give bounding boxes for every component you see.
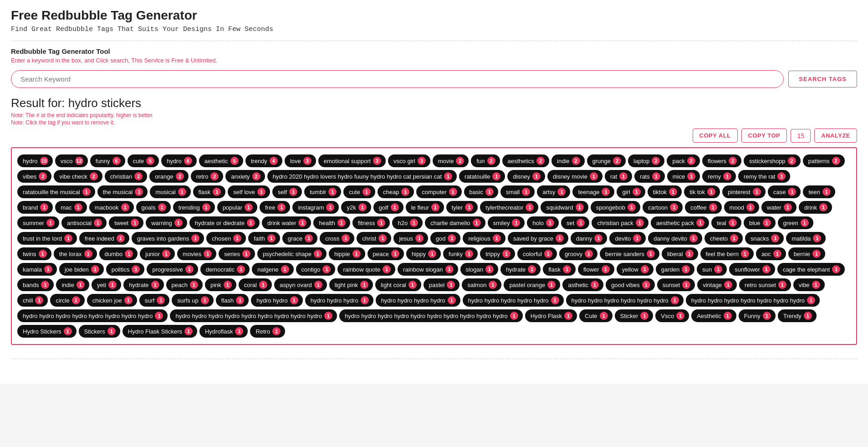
tag-pill[interactable]: hydro15	[17, 154, 53, 167]
tag-pill[interactable]: graves into gardens1	[132, 232, 204, 245]
tag-pill[interactable]: sun1	[697, 263, 727, 276]
tag-pill[interactable]: hydro hydro hydro hydro hydro hydro hydr…	[17, 309, 168, 322]
tag-pill[interactable]: chosen1	[206, 232, 246, 245]
tag-pill[interactable]: cartoon1	[643, 201, 683, 214]
tag-pill[interactable]: trippy1	[480, 247, 515, 260]
tag-pill[interactable]: funny6	[90, 154, 125, 167]
tag-pill[interactable]: nalgene1	[252, 263, 293, 276]
tag-pill[interactable]: coffee1	[685, 201, 721, 214]
tag-pill[interactable]: hydro hydro hydro1	[305, 294, 373, 307]
tag-pill[interactable]: flowers2	[702, 154, 741, 167]
tag-pill[interactable]: good vibes1	[606, 278, 655, 291]
tag-pill[interactable]: health1	[313, 216, 350, 229]
tag-pill[interactable]: hydrate or diedrate1	[189, 216, 260, 229]
tag-pill[interactable]: tweet1	[109, 216, 143, 229]
tag-pill[interactable]: indie1	[56, 278, 89, 291]
tag-pill[interactable]: artsy1	[537, 185, 570, 198]
tag-pill[interactable]: trust in the lord1	[17, 232, 77, 245]
tag-pill[interactable]: musical1	[150, 185, 190, 198]
tag-pill[interactable]: h2o1	[392, 216, 423, 229]
tag-pill[interactable]: Stickers1	[79, 325, 120, 338]
tag-pill[interactable]: movies1	[177, 247, 216, 260]
tag-pill[interactable]: jesus1	[393, 232, 428, 245]
tag-pill[interactable]: aesthetic5	[199, 154, 243, 167]
tag-pill[interactable]: light coral1	[375, 278, 421, 291]
tag-pill[interactable]: hydrate1	[123, 278, 163, 291]
tag-pill[interactable]: flash1	[216, 294, 249, 307]
tag-pill[interactable]: peach1	[166, 278, 203, 291]
tag-pill[interactable]: cheeto1	[705, 232, 743, 245]
tag-pill[interactable]: tiktok1	[648, 185, 682, 198]
tag-pill[interactable]: remy1	[702, 170, 736, 183]
tag-pill[interactable]: patterns2	[803, 154, 845, 167]
tag-pill[interactable]: twins1	[17, 247, 51, 260]
tag-pill[interactable]: sstickershopp2	[744, 154, 800, 167]
tag-pill[interactable]: coral1	[239, 278, 272, 291]
tag-pill[interactable]: sunflower1	[729, 263, 775, 276]
tag-pill[interactable]: christian pack1	[592, 216, 648, 229]
tag-pill[interactable]: golf1	[373, 201, 403, 214]
tag-pill[interactable]: water1	[761, 201, 797, 214]
tag-pill[interactable]: hydro hydro hydro hydro hydro1	[463, 294, 564, 307]
tag-pill[interactable]: holo1	[527, 216, 559, 229]
tag-pill[interactable]: rats1	[634, 170, 665, 183]
tag-pill[interactable]: surfs up1	[172, 294, 213, 307]
tag-pill[interactable]: blue1	[744, 216, 776, 229]
tag-pill[interactable]: chicken joe1	[87, 294, 137, 307]
tag-pill[interactable]: pink1	[205, 278, 236, 291]
tag-pill[interactable]: junior1	[140, 247, 175, 260]
tag-pill[interactable]: the musical1	[97, 185, 148, 198]
tag-pill[interactable]: tumblr1	[304, 185, 341, 198]
tag-pill[interactable]: contigo1	[296, 263, 336, 276]
tag-pill[interactable]: le fleur1	[406, 201, 444, 214]
tag-pill[interactable]: kamala1	[17, 263, 57, 276]
tag-pill[interactable]: green1	[778, 216, 813, 229]
tag-pill[interactable]: remy the rat1	[738, 170, 790, 183]
tag-pill[interactable]: garden1	[656, 263, 694, 276]
tag-pill[interactable]: saved by grace1	[508, 232, 568, 245]
tag-pill[interactable]: case1	[768, 185, 801, 198]
search-input[interactable]	[11, 70, 784, 88]
tag-pill[interactable]: goals1	[136, 201, 171, 214]
tag-pill[interactable]: trendy4	[245, 154, 282, 167]
tag-pill[interactable]: macbook1	[89, 201, 134, 214]
tag-pill[interactable]: matilda1	[786, 232, 826, 245]
tag-pill[interactable]: bands1	[17, 278, 54, 291]
tag-pill[interactable]: disney movie1	[547, 170, 602, 183]
tag-pill[interactable]: warning1	[146, 216, 187, 229]
tag-pill[interactable]: slogan1	[460, 263, 498, 276]
tag-pill[interactable]: christ1	[357, 232, 391, 245]
tag-pill[interactable]: pastel1	[424, 278, 460, 291]
tag-pill[interactable]: colorful1	[517, 247, 557, 260]
tag-pill[interactable]: religious1	[463, 232, 505, 245]
tag-pill[interactable]: politics1	[106, 263, 145, 276]
tag-pill[interactable]: small1	[500, 185, 535, 198]
tag-pill[interactable]: love3	[285, 154, 316, 167]
tag-pill[interactable]: drink1	[799, 201, 832, 214]
tag-pill[interactable]: vibes2	[17, 170, 51, 183]
tag-pill[interactable]: christian2	[105, 170, 147, 183]
tag-pill[interactable]: emotional support3	[318, 154, 386, 167]
tag-pill[interactable]: progressive1	[147, 263, 198, 276]
tag-pill[interactable]: trending1	[173, 201, 215, 214]
tag-pill[interactable]: Hydroflask1	[199, 325, 248, 338]
tag-pill[interactable]: aesthetic pack1	[651, 216, 709, 229]
tag-pill[interactable]: smiley1	[488, 216, 525, 229]
tag-pill[interactable]: god1	[430, 232, 461, 245]
tag-pill[interactable]: danny1	[571, 232, 607, 245]
tag-pill[interactable]: feel the bern1	[700, 247, 754, 260]
tag-pill[interactable]: cage the elephant1	[777, 263, 845, 276]
tag-pill[interactable]: liberal1	[662, 247, 698, 260]
tag-pill[interactable]: drink water1	[262, 216, 311, 229]
tag-pill[interactable]: ratatouille the musical1	[17, 185, 95, 198]
tag-pill[interactable]: snacks1	[745, 232, 784, 245]
tag-pill[interactable]: Cute1	[579, 309, 612, 322]
tag-pill[interactable]: surf1	[139, 294, 170, 307]
tag-pill[interactable]: squidward1	[541, 201, 588, 214]
copy-top-number-input[interactable]	[791, 129, 811, 143]
tag-pill[interactable]: hydro hydro hydro hydro hydro hydro hydr…	[339, 309, 523, 322]
tag-pill[interactable]: Vsco1	[655, 309, 689, 322]
tag-pill[interactable]: Funny1	[739, 309, 776, 322]
tag-pill[interactable]: self1	[272, 185, 302, 198]
tag-pill[interactable]: teen1	[803, 185, 835, 198]
